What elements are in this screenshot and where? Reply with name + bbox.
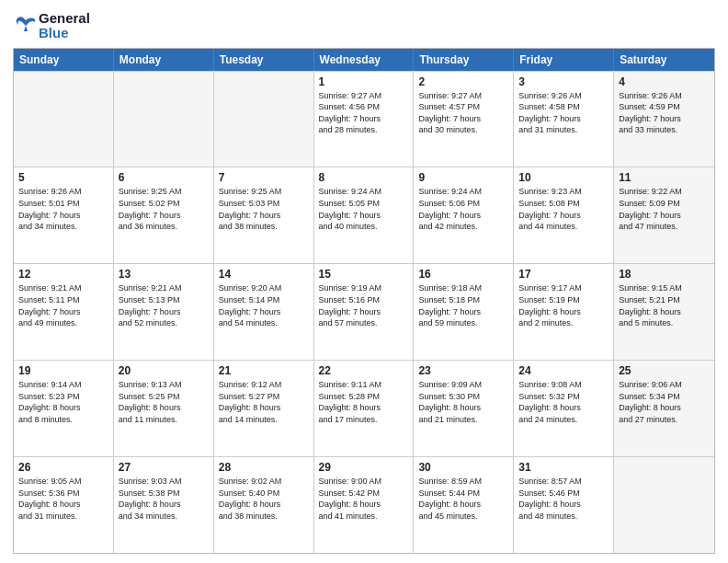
cal-cell: 31Sunrise: 8:57 AM Sunset: 5:46 PM Dayli…	[514, 457, 614, 553]
cell-info: Sunrise: 9:18 AM Sunset: 5:18 PM Dayligh…	[418, 282, 508, 328]
page: General Blue SundayMondayTuesdayWednesda…	[0, 0, 728, 563]
cell-info: Sunrise: 9:11 AM Sunset: 5:28 PM Dayligh…	[319, 379, 409, 425]
cell-info: Sunrise: 9:05 AM Sunset: 5:36 PM Dayligh…	[18, 476, 108, 522]
day-number: 15	[319, 268, 409, 281]
cal-cell	[114, 72, 214, 167]
cal-cell	[614, 457, 714, 553]
day-number: 16	[418, 268, 508, 281]
cal-cell: 12Sunrise: 9:21 AM Sunset: 5:11 PM Dayli…	[14, 264, 114, 360]
cell-info: Sunrise: 9:02 AM Sunset: 5:40 PM Dayligh…	[219, 476, 309, 522]
cal-cell: 26Sunrise: 9:05 AM Sunset: 5:36 PM Dayli…	[14, 457, 114, 553]
cell-info: Sunrise: 9:13 AM Sunset: 5:25 PM Dayligh…	[119, 379, 209, 425]
day-number: 8	[319, 171, 409, 184]
header-day-thursday: Thursday	[414, 49, 514, 71]
day-number: 27	[119, 461, 209, 474]
cal-cell: 28Sunrise: 9:02 AM Sunset: 5:40 PM Dayli…	[214, 457, 314, 553]
day-number: 13	[119, 268, 209, 281]
cell-info: Sunrise: 9:20 AM Sunset: 5:14 PM Dayligh…	[219, 282, 309, 328]
cal-cell: 14Sunrise: 9:20 AM Sunset: 5:14 PM Dayli…	[214, 264, 314, 360]
cal-cell: 15Sunrise: 9:19 AM Sunset: 5:16 PM Dayli…	[314, 264, 415, 360]
week-row-2: 5Sunrise: 9:26 AM Sunset: 5:01 PM Daylig…	[14, 167, 714, 263]
cell-info: Sunrise: 9:21 AM Sunset: 5:11 PM Dayligh…	[18, 282, 108, 328]
cell-info: Sunrise: 9:15 AM Sunset: 5:21 PM Dayligh…	[619, 282, 710, 328]
cell-info: Sunrise: 9:25 AM Sunset: 5:03 PM Dayligh…	[219, 186, 309, 232]
cal-cell: 24Sunrise: 9:08 AM Sunset: 5:32 PM Dayli…	[514, 361, 614, 456]
day-number: 11	[619, 171, 710, 184]
calendar-body: 1Sunrise: 9:27 AM Sunset: 4:56 PM Daylig…	[14, 71, 714, 554]
day-number: 24	[518, 364, 609, 377]
day-number: 7	[219, 171, 309, 184]
cal-cell: 20Sunrise: 9:13 AM Sunset: 5:25 PM Dayli…	[114, 361, 214, 456]
day-number: 22	[319, 364, 409, 377]
cal-cell: 10Sunrise: 9:23 AM Sunset: 5:08 PM Dayli…	[514, 167, 614, 263]
cal-cell: 22Sunrise: 9:11 AM Sunset: 5:28 PM Dayli…	[314, 361, 415, 456]
day-number: 6	[119, 171, 209, 184]
cell-info: Sunrise: 9:26 AM Sunset: 5:01 PM Dayligh…	[18, 186, 108, 232]
cell-info: Sunrise: 9:12 AM Sunset: 5:27 PM Dayligh…	[219, 379, 309, 425]
cell-info: Sunrise: 9:25 AM Sunset: 5:02 PM Dayligh…	[119, 186, 209, 232]
header-day-monday: Monday	[114, 49, 214, 71]
week-row-4: 19Sunrise: 9:14 AM Sunset: 5:23 PM Dayli…	[14, 360, 714, 456]
cal-cell: 1Sunrise: 9:27 AM Sunset: 4:56 PM Daylig…	[314, 72, 415, 167]
cell-info: Sunrise: 9:24 AM Sunset: 5:06 PM Dayligh…	[418, 186, 508, 232]
cell-info: Sunrise: 9:23 AM Sunset: 5:08 PM Dayligh…	[518, 186, 609, 232]
cal-cell: 23Sunrise: 9:09 AM Sunset: 5:30 PM Dayli…	[414, 361, 514, 456]
day-number: 10	[518, 171, 609, 184]
day-number: 29	[319, 461, 409, 474]
cal-cell	[14, 72, 114, 167]
cell-info: Sunrise: 9:24 AM Sunset: 5:05 PM Dayligh…	[319, 186, 409, 232]
cal-cell: 27Sunrise: 9:03 AM Sunset: 5:38 PM Dayli…	[114, 457, 214, 553]
header-day-saturday: Saturday	[614, 49, 714, 71]
day-number: 9	[418, 171, 508, 184]
header-day-friday: Friday	[514, 49, 614, 71]
week-row-5: 26Sunrise: 9:05 AM Sunset: 5:36 PM Dayli…	[14, 456, 714, 553]
cell-info: Sunrise: 9:19 AM Sunset: 5:16 PM Dayligh…	[319, 282, 409, 328]
cal-cell: 18Sunrise: 9:15 AM Sunset: 5:21 PM Dayli…	[614, 264, 714, 360]
cell-info: Sunrise: 9:08 AM Sunset: 5:32 PM Dayligh…	[518, 379, 609, 425]
day-number: 31	[518, 461, 609, 474]
cal-cell: 16Sunrise: 9:18 AM Sunset: 5:18 PM Dayli…	[414, 264, 514, 360]
day-number: 21	[219, 364, 309, 377]
cal-cell: 5Sunrise: 9:26 AM Sunset: 5:01 PM Daylig…	[14, 167, 114, 263]
day-number: 5	[18, 171, 108, 184]
calendar-header: SundayMondayTuesdayWednesdayThursdayFrid…	[14, 49, 714, 71]
logo-general: General	[39, 11, 90, 26]
day-number: 30	[418, 461, 508, 474]
logo-blue: Blue	[39, 26, 90, 40]
cal-cell: 8Sunrise: 9:24 AM Sunset: 5:05 PM Daylig…	[314, 167, 415, 263]
cell-info: Sunrise: 9:27 AM Sunset: 4:57 PM Dayligh…	[418, 90, 508, 136]
day-number: 4	[619, 75, 710, 88]
week-row-3: 12Sunrise: 9:21 AM Sunset: 5:11 PM Dayli…	[14, 263, 714, 360]
cal-cell: 9Sunrise: 9:24 AM Sunset: 5:06 PM Daylig…	[414, 167, 514, 263]
header-day-tuesday: Tuesday	[214, 49, 314, 71]
day-number: 18	[619, 268, 710, 281]
day-number: 14	[219, 268, 309, 281]
cell-info: Sunrise: 9:22 AM Sunset: 5:09 PM Dayligh…	[619, 186, 710, 232]
cal-cell: 2Sunrise: 9:27 AM Sunset: 4:57 PM Daylig…	[414, 72, 514, 167]
cal-cell: 3Sunrise: 9:26 AM Sunset: 4:58 PM Daylig…	[514, 72, 614, 167]
cell-info: Sunrise: 9:03 AM Sunset: 5:38 PM Dayligh…	[119, 476, 209, 522]
logo-bird-icon	[13, 13, 39, 39]
cal-cell: 6Sunrise: 9:25 AM Sunset: 5:02 PM Daylig…	[114, 167, 214, 263]
day-number: 25	[619, 364, 710, 377]
cell-info: Sunrise: 9:06 AM Sunset: 5:34 PM Dayligh…	[619, 379, 710, 425]
header-day-sunday: Sunday	[14, 49, 114, 71]
day-number: 19	[18, 364, 108, 377]
calendar: SundayMondayTuesdayWednesdayThursdayFrid…	[13, 48, 715, 555]
cal-cell: 29Sunrise: 9:00 AM Sunset: 5:42 PM Dayli…	[314, 457, 415, 553]
logo: General Blue	[13, 11, 90, 40]
cell-info: Sunrise: 9:17 AM Sunset: 5:19 PM Dayligh…	[518, 282, 609, 328]
cell-info: Sunrise: 9:26 AM Sunset: 4:59 PM Dayligh…	[619, 90, 710, 136]
cal-cell: 4Sunrise: 9:26 AM Sunset: 4:59 PM Daylig…	[614, 72, 714, 167]
cell-info: Sunrise: 9:14 AM Sunset: 5:23 PM Dayligh…	[18, 379, 108, 425]
cal-cell: 21Sunrise: 9:12 AM Sunset: 5:27 PM Dayli…	[214, 361, 314, 456]
cell-info: Sunrise: 8:57 AM Sunset: 5:46 PM Dayligh…	[518, 476, 609, 522]
cal-cell: 7Sunrise: 9:25 AM Sunset: 5:03 PM Daylig…	[214, 167, 314, 263]
cell-info: Sunrise: 9:26 AM Sunset: 4:58 PM Dayligh…	[518, 90, 609, 136]
day-number: 26	[18, 461, 108, 474]
cell-info: Sunrise: 9:09 AM Sunset: 5:30 PM Dayligh…	[418, 379, 508, 425]
cal-cell: 13Sunrise: 9:21 AM Sunset: 5:13 PM Dayli…	[114, 264, 214, 360]
week-row-1: 1Sunrise: 9:27 AM Sunset: 4:56 PM Daylig…	[14, 71, 714, 167]
day-number: 17	[518, 268, 609, 281]
day-number: 23	[418, 364, 508, 377]
